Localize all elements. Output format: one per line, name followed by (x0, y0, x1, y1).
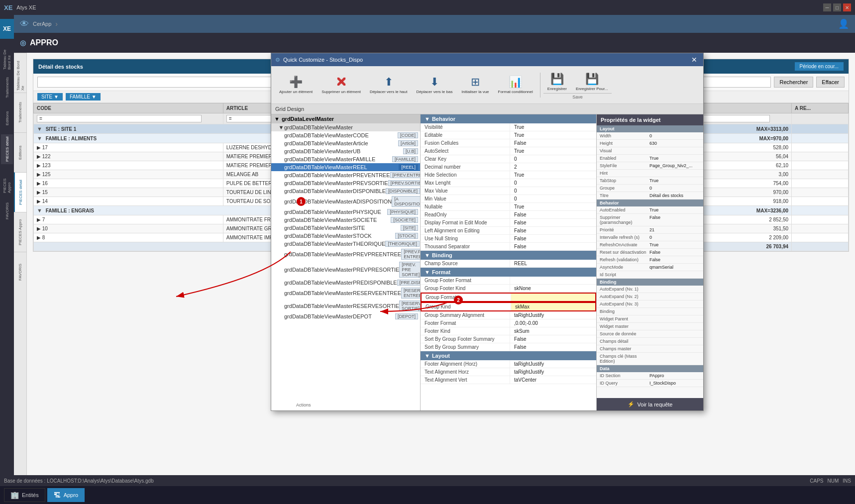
taskbar-entites[interactable]: 🏢 Entités (4, 488, 45, 502)
taskbar-appro[interactable]: 🏗 Appro (47, 488, 85, 502)
nav-favoris[interactable]: FAVORIS (14, 252, 26, 292)
tree-root-expand[interactable]: ▼ (274, 116, 280, 122)
tree-item-prevpresentree[interactable]: grdDataDBTableViewMasterPREVPREENTREE [P… (271, 248, 420, 261)
widget-label: ID Query (600, 381, 649, 386)
add-element-button[interactable]: ➕ Ajouter un élément (275, 74, 317, 96)
layout-section-header[interactable]: ▼ Layout (421, 351, 596, 360)
nav-tableau[interactable]: Tableau De Bord Xe (14, 53, 26, 93)
prop-value: 0 (510, 179, 596, 187)
item-label: grdDataDBTableViewMasterPREVSORTIE (284, 180, 388, 186)
prop-visibilite: Visibilité True (421, 123, 596, 131)
tree-item-theorique[interactable]: grdDataDBTableViewMasterTHEORIQUE [THEOR… (271, 240, 420, 248)
widget-value: False (649, 257, 700, 262)
behavior-section-header[interactable]: ▼ Actions Behavior (421, 114, 596, 123)
prop-textalignhorz: Text Alignment Horz taRightJustify (421, 368, 596, 376)
user-icon: 👤 (838, 18, 849, 29)
format-cond-label: Format conditionnel (498, 90, 533, 94)
sidebar-item-pieces-detail[interactable]: PIECES détail (1, 134, 13, 164)
format-section-header[interactable]: ▼ Format (421, 268, 596, 277)
tree-item-reel[interactable]: grdDataDBTableViewMasterREEL [REEL] (271, 163, 420, 171)
move-up-button[interactable]: ⬆ Déplacer vers le haut (366, 74, 412, 96)
nav-pieces-detail[interactable]: PIECES détail (14, 172, 26, 212)
filter-code[interactable] (37, 115, 202, 122)
tree-item-article[interactable]: grdDataDBTableViewMasterArticle [Article… (271, 139, 420, 147)
app-title: Atys XE (16, 4, 36, 10)
remove-element-button[interactable]: 🗙 Supprimer un élément (318, 74, 365, 96)
tree-item-preventree[interactable]: grdDataDBTableViewMasterPREVENTREE [PREV… (271, 171, 420, 179)
item-label: grdDataDBTableViewMasterPREVENTREE (284, 172, 390, 178)
tree-item-ub[interactable]: grdDataDBTableViewMasterUB [U.B] (271, 147, 420, 155)
prop-groupkind: Group Kind skMax (421, 302, 596, 311)
nav-cerapp[interactable]: CerApp (33, 21, 51, 27)
prop-value (510, 277, 596, 284)
item-tag: [PREV. PRE SORTIE] (399, 262, 421, 278)
tree-item-physique[interactable]: grdDataDBTableViewMasterPHYSIQUE [PHYSIQ… (271, 208, 420, 216)
dialog-close-button[interactable]: ✕ (689, 55, 699, 65)
tree-item-site[interactable]: grdDataDBTableViewMasterSITE [SITE] (271, 224, 420, 232)
clear-button[interactable]: Effacer (816, 77, 845, 88)
site-filter[interactable]: SITE ▼ (37, 93, 63, 101)
famille-filter[interactable]: FAMILLE ▼ (66, 93, 101, 101)
tree-item-famille[interactable]: grdDataDBTableViewMasterFAMILLE [FAMILLE… (271, 155, 420, 163)
tree-item-prevpresortie[interactable]: grdDataDBTableViewMasterPREVPRESORTIE [P… (271, 261, 420, 279)
tree-item-reserveentree[interactable]: grdDataDBTableViewMasterRESERVEENTREE [R… (271, 287, 420, 300)
sidebar-item-traitements[interactable]: Traitements (1, 73, 13, 102)
voir-requete-button[interactable]: ⚡ Voir la requête (597, 398, 703, 410)
widget-prop-champsdetail: Champs détail (597, 338, 703, 345)
expand-engrais[interactable]: ▼ (37, 207, 42, 213)
prop-label: Group Footer Kind (421, 285, 510, 292)
item-tag: [U.B] (403, 148, 418, 154)
tree-item-code[interactable]: grdDataDBTableViewMasterCODE [CODE] (271, 131, 420, 139)
period-button[interactable]: Période en cour... (795, 62, 844, 71)
tree-item-disponible[interactable]: grdDataDBTableViewMasterDISPONIBLE [DISP… (271, 187, 420, 195)
prop-label: Decimal number (421, 163, 510, 171)
widget-value: Page_Group_Niv2_... (649, 163, 700, 168)
item-tag: [REEL] (399, 164, 418, 170)
close-button[interactable]: ✕ (843, 3, 851, 11)
behavior-expand: ▼ (425, 116, 430, 122)
tree-item-predisponible[interactable]: grdDataDBTableViewMasterPREDISPONIBLE [P… (271, 279, 420, 287)
sidebar-item-tableau[interactable]: Tableau De Bord Xe (1, 42, 13, 72)
tree-item-depot[interactable]: grdDataDBTableViewMasterDEPOT [DEPOT] (271, 312, 420, 320)
prop-value: False (510, 219, 596, 226)
nav-traitements[interactable]: Traitements (14, 93, 26, 132)
move-down-button[interactable]: ⬇ Déplacer vers le bas (412, 74, 456, 96)
move-down-icon: ⬇ (430, 76, 439, 89)
nav-pieces-appro[interactable]: PIECES Appro (14, 212, 26, 252)
tree-item-societe[interactable]: grdDataDBTableViewMasterSOCIETE [SOCIETE… (271, 216, 420, 224)
widget-prop-idscript: Id Script (597, 271, 703, 279)
format-cond-button[interactable]: 📊 Format conditionnel (494, 74, 537, 96)
binding-section-header[interactable]: ▼ Binding (421, 251, 596, 260)
save-group-label: Save (543, 93, 612, 100)
minimize-button[interactable]: ─ (823, 3, 831, 11)
maximize-button[interactable]: □ (833, 3, 841, 11)
nav-editions[interactable]: Editions (14, 132, 26, 172)
tree-item-stock[interactable]: grdDataDBTableViewMasterSTOCK [STOCK] (271, 232, 420, 240)
sidebar-item-editions[interactable]: Editions (1, 103, 13, 133)
prop-label: Hide Selection (421, 171, 510, 179)
widget-label: RefreshOnActivate (600, 242, 649, 247)
expand-site[interactable]: ▼ (37, 126, 42, 132)
init-view-button[interactable]: ⊞ Initialiser la vue (457, 74, 493, 96)
prop-label: Text Alignment Vert (421, 376, 510, 384)
widget-prop-autoexpand3: AutoExpand (Nv. 3) (597, 301, 703, 308)
widget-label: TabStop (600, 178, 649, 183)
tree-item-reservesortie[interactable]: grdDataDBTableViewMasterRESERVESORTIE [R… (271, 300, 420, 312)
sidebar-item-favoris[interactable]: FAVORIS (1, 196, 13, 226)
tree-item-prevsortie[interactable]: grdDataDBTableViewMasterPREVSORTIE [PREV… (271, 179, 420, 187)
prop-label: Nullable (421, 203, 510, 210)
save-button[interactable]: 💾 Enregistrer (543, 71, 571, 93)
prop-fusion: Fusion Cellules False (421, 139, 596, 147)
search-button[interactable]: Rechercher (774, 77, 813, 88)
widget-spacer (597, 387, 703, 398)
save-group: 💾 Enregistrer 💾 Enregistrer Pour... Save (543, 71, 612, 100)
tree-item-master[interactable]: ▼ grdDataDBTableViewMaster (271, 123, 420, 131)
col-code: CODE (34, 103, 223, 113)
tree-item-adisposition[interactable]: grdDataDBTableViewMasterADISPOSITION [A … (271, 195, 420, 208)
widget-label: Champs master (600, 346, 649, 351)
appro-icon: 🏗 (54, 491, 61, 499)
save-as-button[interactable]: 💾 Enregistrer Pour... (572, 71, 612, 93)
prop-groupformat: Group Format (421, 293, 596, 302)
sidebar-item-pieces-appro[interactable]: PIECES Appro (1, 165, 13, 195)
expand-aliments[interactable]: ▼ (37, 135, 42, 141)
